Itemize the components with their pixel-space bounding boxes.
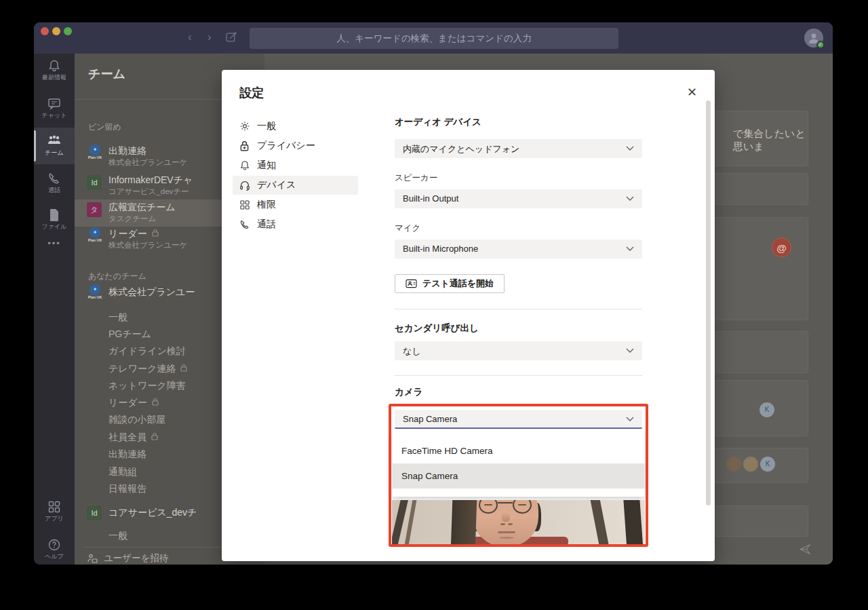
- team-logo-ta: タ: [87, 202, 102, 217]
- lock-icon: [239, 140, 250, 151]
- channel-item[interactable]: PGチーム: [108, 328, 151, 341]
- mention-badge: @: [772, 237, 791, 257]
- secondary-ringer-label: セカンダリ呼び出し: [395, 322, 479, 335]
- close-traffic-light[interactable]: [41, 27, 49, 35]
- scrollbar[interactable]: [706, 100, 711, 506]
- camera-preview: [392, 500, 645, 544]
- channel-item[interactable]: ガイドライン検討: [108, 345, 186, 358]
- speaker-label: スピーカー: [395, 172, 437, 184]
- chevron-down-icon: [626, 348, 634, 354]
- phone-icon: [47, 172, 61, 185]
- preview-face: [473, 500, 538, 544]
- chevron-down-icon: [626, 196, 634, 202]
- camera-dropdown: FaceTime HD Camera Snap Camera: [392, 430, 645, 497]
- teams-icon: [47, 134, 62, 148]
- bell-icon: [239, 160, 250, 171]
- rail-item-apps[interactable]: アプリ: [34, 499, 75, 533]
- chevron-down-icon: [626, 146, 634, 151]
- lock-icon: [152, 229, 159, 237]
- chevron-down-icon: [626, 246, 634, 252]
- camera-label: カメラ: [395, 386, 422, 398]
- teams-window: ‹ › 人、キーワードの検索、またはコマンドの入力 ✓ 最新情報 チャット: [34, 22, 833, 565]
- rail-item-calls[interactable]: 通話: [34, 170, 75, 204]
- audio-device-label: オーディオ デバイス: [395, 116, 481, 128]
- rail-item-activity[interactable]: 最新情報: [34, 58, 75, 92]
- preview-ladder-rail: [451, 500, 477, 544]
- divider: [395, 375, 642, 376]
- help-icon: [47, 538, 61, 552]
- app-rail: 最新情報 チャット チーム 通話 ファイル: [34, 54, 75, 565]
- rail-item-teams[interactable]: チーム: [34, 128, 75, 164]
- settings-menu-calls[interactable]: 通話: [233, 215, 358, 234]
- test-call-button[interactable]: テスト通話を開始: [395, 274, 505, 293]
- bell-icon: [47, 59, 61, 73]
- speaker-select[interactable]: Built-in Output: [395, 189, 642, 208]
- forward-icon[interactable]: ›: [208, 30, 212, 45]
- settings-menu-general[interactable]: 一般: [233, 117, 358, 136]
- team-logo-planuk: ✦Plan UK: [85, 227, 104, 242]
- settings-menu-permissions[interactable]: 権限: [233, 195, 358, 214]
- rail-item-files[interactable]: ファイル: [34, 207, 75, 241]
- settings-menu-privacy[interactable]: プライバシー: [233, 136, 358, 155]
- search-input[interactable]: 人、キーワードの検索、またはコマンドの入力: [250, 28, 618, 49]
- secondary-ringer-select[interactable]: なし: [395, 341, 642, 360]
- channel-item[interactable]: 日報報告: [108, 483, 146, 495]
- file-icon: [48, 208, 60, 222]
- reaction-avatar: [743, 457, 758, 472]
- channel-item[interactable]: 出勤連絡: [108, 449, 146, 461]
- mic-select[interactable]: Built-in Microphone: [395, 240, 642, 259]
- settings-menu-notifications[interactable]: 通知: [233, 156, 358, 175]
- settings-menu-devices[interactable]: デバイス: [233, 176, 358, 195]
- channel-item[interactable]: 一般: [108, 530, 127, 542]
- reaction-avatar: K: [760, 457, 775, 472]
- phone-icon: [239, 219, 250, 230]
- your-teams-label: あなたのチーム: [88, 271, 146, 282]
- channel-item[interactable]: 社員全員: [108, 432, 158, 444]
- divider: [395, 309, 642, 309]
- avatar[interactable]: ✓: [804, 28, 823, 47]
- status-available-icon: ✓: [816, 41, 825, 49]
- sidebar-title: チーム: [88, 66, 125, 82]
- preview-ladder-leg: [623, 500, 644, 544]
- compose-icon[interactable]: [226, 31, 237, 47]
- channel-item[interactable]: 一般: [108, 311, 127, 324]
- gear-icon: [239, 121, 250, 132]
- titlebar: ‹ › 人、キーワードの検索、またはコマンドの入力 ✓: [34, 22, 833, 54]
- dialog-title: 設定: [239, 85, 264, 101]
- chat-icon: [47, 97, 61, 111]
- invite-users-button[interactable]: ユーザーを招待: [87, 552, 168, 565]
- team-logo-planuk: ✦Plan UK: [85, 284, 104, 299]
- invite-user-icon: [87, 554, 98, 563]
- mic-label: マイク: [395, 223, 420, 234]
- camera-select[interactable]: Snap Camera: [395, 410, 642, 429]
- pinned-label: ピン留め: [88, 121, 121, 133]
- lock-icon: [180, 364, 187, 372]
- headset-icon: [239, 180, 250, 191]
- reaction-avatar: [726, 457, 741, 472]
- lock-icon: [152, 398, 159, 406]
- channel-item[interactable]: リーダー: [108, 397, 159, 409]
- team-logo-id: Id: [87, 175, 102, 190]
- camera-option-snap[interactable]: Snap Camera: [392, 463, 645, 489]
- chevron-down-icon: [626, 417, 634, 422]
- audio-device-select[interactable]: 内蔵のマイクとヘッドフォン: [395, 139, 642, 158]
- message-text: で集合したいと思いま: [733, 128, 808, 153]
- back-icon[interactable]: ‹: [188, 30, 192, 45]
- test-call-icon: [406, 279, 417, 288]
- apps-icon: [47, 500, 61, 514]
- close-icon[interactable]: ✕: [687, 85, 697, 100]
- channel-item[interactable]: 雑談の小部屋: [108, 414, 165, 426]
- team-logo-planuk: ✦Plan UK: [85, 145, 104, 159]
- send-icon[interactable]: [797, 544, 813, 558]
- rail-more-icon[interactable]: •••: [34, 238, 75, 248]
- camera-option-facetime[interactable]: FaceTime HD Camera: [392, 438, 645, 463]
- minimize-traffic-light[interactable]: [52, 27, 60, 35]
- rail-item-help[interactable]: ヘルプ: [34, 537, 75, 565]
- zoom-traffic-light[interactable]: [64, 27, 72, 35]
- channel-item[interactable]: テレワーク連絡: [108, 363, 187, 375]
- rail-selected-indicator: [34, 130, 36, 161]
- channel-item[interactable]: ネットワーク障害: [108, 380, 186, 392]
- lock-icon: [151, 432, 158, 440]
- channel-item[interactable]: 通勤組: [108, 466, 137, 478]
- rail-item-chat[interactable]: チャット: [34, 96, 75, 130]
